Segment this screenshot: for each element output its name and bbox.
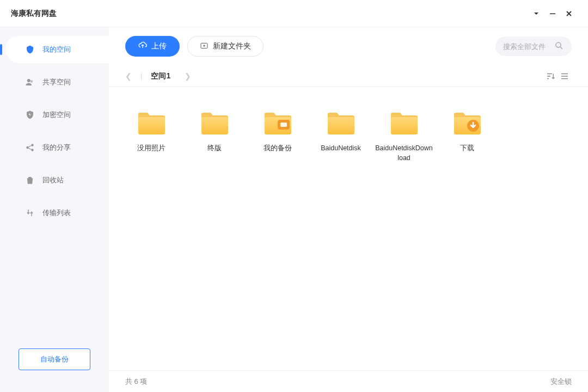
breadcrumb-separator: | [140, 72, 142, 80]
trash-icon [25, 175, 35, 185]
sidebar-item-label: 我的分享 [42, 143, 71, 152]
sort-button[interactable] [543, 69, 558, 83]
sidebar-item-label: 回收站 [42, 175, 64, 185]
svg-rect-12 [280, 122, 287, 127]
breadcrumb: ❮ | 空间1 ❯ [125, 71, 191, 81]
folder-icon [248, 106, 307, 138]
view-list-button[interactable] [558, 69, 572, 83]
svg-rect-0 [550, 13, 555, 14]
cloud-upload-icon [138, 41, 147, 52]
nav-back-icon[interactable]: ❮ [125, 72, 132, 81]
nav-forward-icon[interactable]: ❯ [185, 72, 191, 81]
folder-name: 下载 [438, 144, 497, 154]
folder-icon [375, 106, 433, 138]
space-icon [25, 45, 35, 54]
sidebar-item-label: 我的空间 [42, 45, 71, 54]
folder-name: 我的备份 [248, 144, 307, 154]
share-icon [25, 143, 35, 152]
folder-name: 终版 [185, 144, 244, 154]
sidebar-item-transfer[interactable]: 传输列表 [0, 199, 109, 226]
folder-item[interactable]: BaiduNetdisk [309, 103, 372, 165]
sidebar-item-label: 加密空间 [42, 110, 71, 120]
new-folder-button[interactable]: 新建文件夹 [187, 36, 264, 57]
folder-icon [185, 106, 244, 138]
svg-point-4 [31, 144, 34, 146]
sidebar: 我的空间 共享空间 加密空间 我的分享 回收站 [0, 27, 109, 392]
breadcrumb-row: ❮ | 空间1 ❯ [109, 65, 588, 87]
folder-item[interactable]: 终版 [183, 103, 246, 165]
new-folder-label: 新建文件夹 [213, 41, 251, 51]
svg-rect-14 [391, 117, 418, 134]
titlebar: 海康私有网盘 [0, 0, 588, 27]
search-icon [554, 41, 564, 52]
svg-point-2 [30, 80, 33, 83]
folder-name: BaiduNetdiskDownload [375, 144, 433, 163]
folder-name: 没用照片 [122, 144, 181, 154]
folder-item[interactable]: 没用照片 [120, 103, 183, 165]
svg-rect-9 [201, 117, 228, 134]
upload-button[interactable]: 上传 [125, 36, 180, 57]
svg-rect-13 [328, 117, 354, 134]
folder-item[interactable]: 下载 [436, 103, 499, 165]
upload-label: 上传 [151, 41, 167, 51]
sidebar-item-trash[interactable]: 回收站 [0, 167, 109, 194]
main-area: 上传 新建文件夹 ❮ | 空间1 ❯ [109, 27, 588, 392]
search-input[interactable] [503, 42, 549, 51]
folder-name: BaiduNetdisk [311, 144, 370, 154]
sidebar-item-label: 共享空间 [42, 77, 71, 87]
svg-point-7 [556, 42, 561, 47]
search-box[interactable] [495, 36, 572, 56]
folder-icon [438, 106, 497, 138]
status-bar: 共 6 项 安全锁 [109, 370, 588, 392]
auto-backup-button[interactable]: 自动备份 [19, 348, 90, 370]
svg-point-5 [31, 149, 34, 151]
new-folder-icon [200, 41, 209, 52]
folder-icon [122, 106, 181, 138]
folder-icon [311, 106, 370, 138]
sidebar-item-encrypt-space[interactable]: 加密空间 [0, 101, 109, 128]
security-lock[interactable]: 安全锁 [550, 377, 572, 387]
breadcrumb-current[interactable]: 空间1 [151, 71, 170, 81]
folder-item[interactable]: BaiduNetdiskDownload [372, 103, 436, 165]
svg-rect-8 [138, 117, 165, 134]
svg-point-3 [26, 146, 29, 149]
shield-icon [25, 110, 35, 120]
share-space-icon [25, 77, 35, 87]
folder-item[interactable]: 我的备份 [246, 103, 309, 165]
transfer-icon [25, 208, 35, 218]
dropdown-icon[interactable] [528, 5, 544, 22]
minimize-button[interactable] [544, 5, 561, 22]
toolbar: 上传 新建文件夹 [109, 27, 588, 65]
app-title: 海康私有网盘 [11, 9, 57, 19]
sidebar-item-shared-space[interactable]: 共享空间 [0, 69, 109, 96]
sidebar-item-my-share[interactable]: 我的分享 [0, 134, 109, 161]
svg-point-1 [27, 79, 30, 82]
item-count: 共 6 项 [125, 377, 147, 387]
file-grid: 没用照片 终版 我的备份 BaiduNetdisk [109, 87, 588, 370]
sidebar-item-my-space[interactable]: 我的空间 [5, 36, 109, 63]
sidebar-item-label: 传输列表 [42, 208, 71, 218]
close-button[interactable] [561, 5, 577, 22]
